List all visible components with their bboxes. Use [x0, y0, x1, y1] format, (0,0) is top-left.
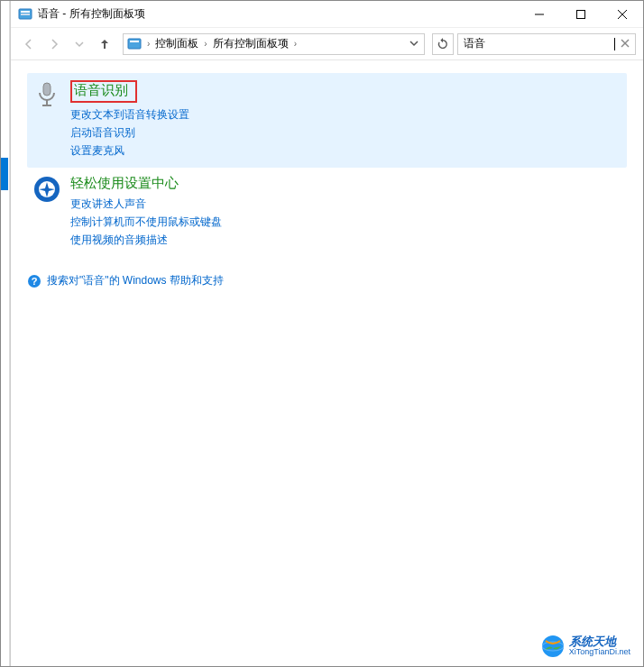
- svg-rect-2: [21, 14, 30, 15]
- address-dropdown-button[interactable]: [404, 38, 424, 50]
- chevron-right-icon[interactable]: ›: [290, 39, 300, 49]
- ease-of-access-icon: [32, 175, 61, 204]
- globe-icon: [540, 634, 566, 659]
- control-panel-window: 语音 - 所有控制面板项: [10, 1, 643, 666]
- watermark: 系统天地 XiTongTianDi.net: [540, 634, 630, 659]
- svg-rect-1: [21, 11, 30, 13]
- result-link[interactable]: 更改讲述人声音: [70, 196, 621, 212]
- help-text: 搜索对"语音"的 Windows 帮助和支持: [47, 273, 224, 288]
- search-input[interactable]: 语音: [457, 33, 636, 55]
- result-link[interactable]: 设置麦克风: [70, 142, 621, 159]
- control-panel-icon: [127, 37, 142, 51]
- chevron-right-icon[interactable]: ›: [200, 39, 210, 49]
- minimize-button[interactable]: [519, 1, 560, 28]
- result-link[interactable]: 控制计算机而不使用鼠标或键盘: [70, 214, 621, 230]
- back-button[interactable]: [18, 33, 40, 55]
- app-icon: [18, 7, 32, 22]
- result-link[interactable]: 使用视频的音频描述: [70, 232, 621, 248]
- clear-search-button[interactable]: [615, 38, 630, 50]
- svg-point-16: [45, 187, 49, 191]
- watermark-en: XiTongTianDi.net: [569, 648, 630, 657]
- window-title: 语音 - 所有控制面板项: [38, 6, 519, 22]
- result-title[interactable]: 轻松使用设置中心: [70, 175, 621, 192]
- result-link[interactable]: 启动语音识别: [70, 124, 621, 141]
- svg-text:?: ?: [32, 276, 38, 287]
- recent-locations-button[interactable]: [69, 33, 90, 55]
- svg-rect-8: [130, 41, 139, 42]
- result-speech-recognition[interactable]: 语音识别 更改文本到语音转换设置 启动语音识别 设置麦克风: [27, 73, 627, 168]
- refresh-button[interactable]: [432, 33, 454, 55]
- svg-rect-11: [43, 83, 51, 96]
- windows-help-link[interactable]: ? 搜索对"语音"的 Windows 帮助和支持: [27, 273, 627, 288]
- chevron-right-icon[interactable]: ›: [143, 39, 153, 49]
- svg-rect-7: [128, 39, 141, 49]
- up-button[interactable]: [94, 33, 115, 55]
- microphone-icon: [32, 80, 61, 109]
- navigation-bar: › 控制面板 › 所有控制面板项 › 语音: [11, 28, 643, 60]
- search-value: 语音: [464, 36, 614, 51]
- title-bar: 语音 - 所有控制面板项: [11, 1, 643, 28]
- help-icon: ?: [27, 274, 41, 288]
- breadcrumb-item[interactable]: 所有控制面板项: [211, 36, 290, 51]
- watermark-cn: 系统天地: [569, 635, 630, 648]
- forward-button[interactable]: [43, 33, 65, 55]
- result-title[interactable]: 语音识别: [70, 80, 137, 103]
- maximize-button[interactable]: [560, 1, 602, 28]
- breadcrumb-item[interactable]: 控制面板: [153, 36, 200, 51]
- svg-point-19: [542, 635, 564, 657]
- results-area: 语音识别 更改文本到语音转换设置 启动语音识别 设置麦克风 轻松使用设置中心: [11, 60, 643, 666]
- close-button[interactable]: [602, 1, 643, 28]
- result-ease-of-access[interactable]: 轻松使用设置中心 更改讲述人声音 控制计算机而不使用鼠标或键盘 使用视频的音频描…: [27, 168, 627, 257]
- address-bar[interactable]: › 控制面板 › 所有控制面板项 ›: [123, 33, 425, 55]
- svg-rect-4: [577, 10, 585, 18]
- result-link[interactable]: 更改文本到语音转换设置: [70, 106, 621, 123]
